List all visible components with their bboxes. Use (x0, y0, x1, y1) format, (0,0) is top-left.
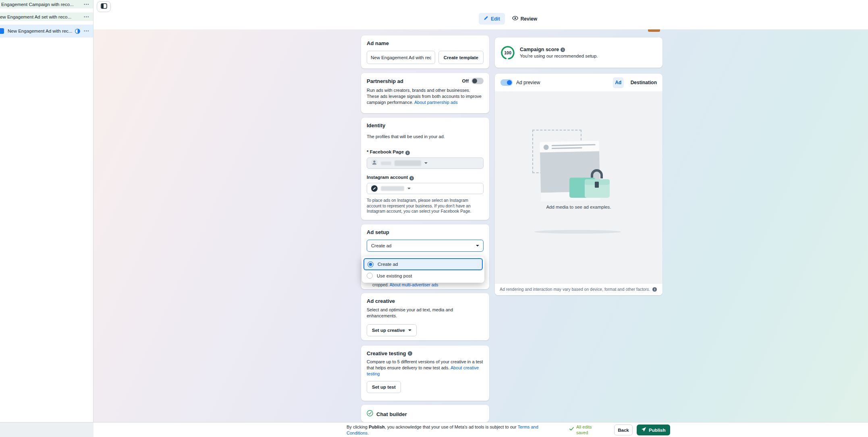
tab-ad[interactable]: Ad (613, 77, 624, 88)
chevron-down-icon (408, 329, 411, 331)
ad-setup-dropdown: Create ad Use existing post (362, 257, 484, 283)
ad-preview-toggle[interactable] (500, 79, 513, 86)
instagram-avatar (371, 185, 378, 192)
sidebar-item-ad-selected[interactable]: New Engagement Ad with rec... (0, 25, 93, 37)
chat-builder-card: Chat builder (361, 405, 489, 422)
ad-preview-body: Add media to see ad examples. (495, 91, 662, 283)
about-multi-advertiser-ads-link[interactable]: About multi-advertiser ads (390, 283, 438, 287)
score-value: 100 (500, 46, 515, 60)
ad-setup-title: Ad setup (367, 229, 484, 235)
ad-preview-label: Ad preview (516, 80, 540, 85)
set-up-creative-label: Set up creative (372, 328, 405, 333)
ad-setup-select[interactable]: Create ad (367, 240, 484, 252)
ad-preview-header: Ad preview Ad Destination (495, 74, 662, 91)
terms-link[interactable]: Terms and (517, 425, 538, 429)
facebook-page-label: * Facebook Page (367, 149, 484, 155)
editor-content-area: Ad name Create template Partnership ad O… (93, 29, 868, 422)
radio-selected-icon[interactable] (368, 261, 374, 267)
ad-name-card: Ad name Create template (361, 35, 489, 68)
edit-tab[interactable]: Edit (479, 13, 505, 25)
ad-label: New Engagement Ad with rec... (8, 29, 72, 33)
info-icon[interactable] (405, 151, 410, 155)
score-gauge: 100 (500, 46, 515, 60)
instagram-help-text: To place ads on Instagram, please select… (367, 198, 484, 214)
info-icon[interactable] (561, 48, 565, 52)
publish-button[interactable]: Publish (637, 425, 670, 435)
empty-preview-illustration (532, 127, 625, 199)
identity-subtitle: The profiles that will be used in your a… (367, 134, 484, 140)
eye-icon (512, 16, 518, 22)
partial-text: cropped. (372, 283, 390, 287)
tab-destination[interactable]: Destination (631, 80, 657, 85)
publish-button-label: Publish (649, 428, 666, 433)
ad-level-icon (0, 28, 4, 34)
info-icon[interactable] (408, 351, 412, 356)
terms-link[interactable]: Conditions. (347, 431, 369, 435)
draft-status-icon (75, 29, 80, 34)
check-circle-icon (367, 410, 373, 418)
sidebar-bottom-strip (0, 422, 93, 437)
multi-advertiser-partial-text: cropped. About multi-advertiser ads (372, 283, 438, 287)
redacted-text (395, 160, 421, 166)
top-bar: Edit Review (93, 0, 868, 29)
redacted-text (381, 186, 404, 191)
empty-preview-caption: Add media to see ad examples. (495, 205, 662, 209)
paper-plane-icon (641, 427, 646, 433)
creative-testing-description: Compare up to 5 different versions of yo… (367, 359, 484, 377)
publish-disclaimer: By clicking Publish, you acknowledge tha… (347, 424, 538, 436)
partnership-ad-card: Partnership ad Off Run ads with creators… (361, 73, 489, 113)
disclaimer-prefix: By clicking (347, 425, 369, 429)
ad-preview-card: Ad preview Ad Destination (495, 74, 662, 295)
dropdown-option-use-existing-post[interactable]: Use existing post (363, 270, 483, 281)
person-avatar-icon (371, 159, 378, 167)
sidebar-item-adset[interactable]: ew Engagement Ad set with reco... (0, 12, 93, 21)
toggle-off-icon[interactable] (471, 78, 484, 84)
partnership-toggle[interactable]: Off (462, 78, 484, 84)
set-up-creative-button[interactable]: Set up creative (367, 324, 417, 336)
set-up-test-button[interactable]: Set up test (367, 381, 401, 393)
more-options-icon[interactable] (84, 15, 89, 19)
score-title: Campaign score (520, 47, 559, 52)
dropdown-option-create-ad[interactable]: Create ad (363, 258, 483, 270)
back-button[interactable]: Back (614, 425, 633, 435)
disclaimer-line1: By clicking Publish, you acknowledge tha… (347, 424, 538, 430)
collapse-sidebar-button[interactable] (97, 1, 111, 12)
campaign-score-card: 100 Campaign score You're using our reco… (495, 37, 662, 68)
clipped-orange-element (648, 29, 660, 32)
disclaimer-line2: Conditions. (347, 430, 538, 436)
ad-preview-disclaimer: Ad rendering and interaction may vary ba… (495, 283, 662, 295)
instagram-account-label-text: Instagram account (367, 175, 408, 180)
redacted-text (381, 162, 391, 165)
ad-creative-subtitle: Select and optimise your ad text, media … (367, 307, 484, 319)
review-tab-label: Review (521, 16, 537, 22)
edit-review-switcher: Edit Review (479, 13, 537, 25)
chat-builder-title: Chat builder (376, 411, 407, 417)
campaign-label: Engagement Campaign with reco... (1, 2, 74, 7)
ad-name-input[interactable] (367, 51, 435, 64)
adset-label: ew Engagement Ad set with reco... (0, 14, 71, 19)
disclaimer-mid: , you acknowledge that your use of Meta'… (385, 425, 518, 429)
instagram-account-select[interactable] (367, 183, 484, 194)
facebook-page-select[interactable] (367, 157, 484, 169)
toggle-state-label: Off (462, 79, 469, 83)
ad-name-row: Create template (367, 51, 484, 64)
edit-tab-label: Edit (491, 16, 500, 22)
info-icon[interactable] (409, 176, 414, 180)
option-label: Create ad (378, 262, 398, 267)
publish-footer: By clicking Publish, you acknowledge tha… (93, 422, 868, 437)
radio-unselected-icon[interactable] (367, 273, 373, 279)
sidebar-item-campaign[interactable]: Engagement Campaign with reco... (0, 0, 93, 8)
toolbox-icon (569, 167, 611, 201)
info-icon[interactable] (652, 287, 657, 292)
ad-preview-disclaimer-text: Ad rendering and interaction may vary ba… (500, 287, 650, 292)
chevron-down-icon (424, 162, 428, 164)
about-partnership-ads-link[interactable]: About partnership ads (414, 100, 458, 105)
review-tab[interactable]: Review (512, 16, 537, 22)
save-status: All edits saved (569, 424, 596, 435)
partnership-title: Partnership ad (367, 78, 403, 84)
more-options-icon[interactable] (84, 2, 89, 6)
ad-name-title: Ad name (367, 40, 484, 46)
pencil-icon (484, 16, 488, 22)
create-template-button[interactable]: Create template (438, 51, 484, 64)
more-options-icon[interactable] (84, 29, 89, 33)
